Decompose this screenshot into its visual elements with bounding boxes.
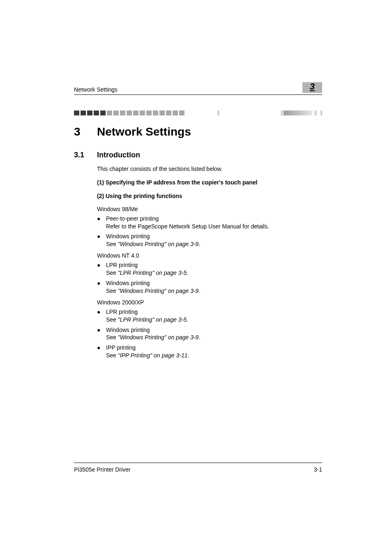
- intro-paragraph: This chapter consists of the sections li…: [97, 165, 322, 173]
- item-detail-prefix: See: [106, 288, 118, 294]
- body-content: This chapter consists of the sections li…: [97, 165, 322, 359]
- bullet-icon: ●: [97, 261, 106, 277]
- os-label: Windows 98/Me: [97, 206, 322, 212]
- item-detail-ref: "IPP Printing" on page 3-11: [118, 352, 188, 359]
- item-title: Windows printing: [106, 280, 150, 286]
- chapter-badge: 3: [302, 82, 322, 93]
- bullet-icon: ●: [97, 233, 106, 248]
- item-detail-prefix: See: [106, 241, 118, 247]
- bullet-list: ● LPR printing See "LPR Printing" on pag…: [97, 261, 322, 295]
- footer-right: 3-1: [314, 466, 322, 473]
- page: Network Settings 3 3 Network Settings: [0, 0, 392, 555]
- list-item: ● Windows printing See "Windows Printing…: [97, 233, 322, 248]
- item-title: Windows printing: [106, 233, 150, 240]
- bullet-icon: ●: [97, 215, 106, 230]
- chapter-heading: 3 Network Settings: [74, 125, 322, 138]
- section-title: Introduction: [97, 151, 140, 159]
- decorative-stripe: [74, 111, 322, 115]
- os-label: Windows NT 4.0: [97, 252, 322, 259]
- item-title: LPR printing: [106, 262, 138, 268]
- item-detail: Refer to the PageScope Network Setup Use…: [106, 223, 269, 230]
- item-detail-ref: "LPR Printing" on page 3-5: [118, 316, 187, 323]
- spec-line-1: (1) Specifying the IP address from the c…: [97, 179, 322, 187]
- list-item: ● LPR printing See "LPR Printing" on pag…: [97, 308, 322, 324]
- bullet-icon: ●: [97, 326, 106, 342]
- chapter-badge-number: 3: [310, 81, 315, 92]
- section-number: 3.1: [74, 151, 97, 159]
- item-detail-suffix: .: [198, 334, 200, 341]
- chapter-number: 3: [74, 125, 97, 138]
- item-detail-suffix: .: [198, 288, 200, 294]
- bullet-list: ● Peer-to-peer printing Refer to the Pag…: [97, 215, 322, 249]
- list-item: ● LPR printing See "LPR Printing" on pag…: [97, 261, 322, 277]
- item-detail-ref: "LPR Printing" on page 3-5: [118, 269, 187, 276]
- item-detail-suffix: .: [198, 241, 200, 247]
- item-detail-ref: "Windows Printing" on page 3-9: [118, 241, 199, 247]
- bullet-icon: ●: [97, 344, 106, 359]
- bullet-list: ● LPR printing See "LPR Printing" on pag…: [97, 308, 322, 359]
- item-detail-prefix: See: [106, 352, 118, 359]
- item-detail-suffix: .: [187, 269, 188, 276]
- item-title: Windows printing: [106, 327, 150, 333]
- item-title: Peer-to-peer printing: [106, 215, 159, 222]
- header-section-label: Network Settings: [74, 86, 118, 93]
- item-title: IPP printing: [106, 344, 136, 351]
- list-item: ● Windows printing See "Windows Printing…: [97, 279, 322, 295]
- page-footer: Pi3505e Printer Driver 3-1: [74, 463, 322, 473]
- item-detail-prefix: See: [106, 269, 118, 276]
- item-detail-ref: "Windows Printing" on page 3-9: [118, 334, 199, 341]
- bullet-icon: ●: [97, 279, 106, 295]
- section-heading: 3.1 Introduction: [74, 151, 322, 159]
- item-detail-suffix: .: [188, 352, 189, 359]
- chapter-title: Network Settings: [97, 125, 191, 138]
- list-item: ● IPP printing See "IPP Printing" on pag…: [97, 344, 322, 359]
- page-header: Network Settings 3: [74, 82, 322, 95]
- footer-left: Pi3505e Printer Driver: [74, 466, 131, 473]
- item-detail-ref: "Windows Printing" on page 3-9: [118, 288, 199, 294]
- list-item: ● Windows printing See "Windows Printing…: [97, 326, 322, 342]
- bullet-icon: ●: [97, 308, 106, 324]
- item-title: LPR printing: [106, 309, 138, 315]
- os-label: Windows 2000/XP: [97, 299, 322, 306]
- item-detail-prefix: See: [106, 334, 118, 341]
- spec-line-2: (2) Using the printing functions: [97, 192, 322, 200]
- list-item: ● Peer-to-peer printing Refer to the Pag…: [97, 215, 322, 230]
- item-detail-prefix: See: [106, 316, 118, 323]
- item-detail-suffix: .: [187, 316, 188, 323]
